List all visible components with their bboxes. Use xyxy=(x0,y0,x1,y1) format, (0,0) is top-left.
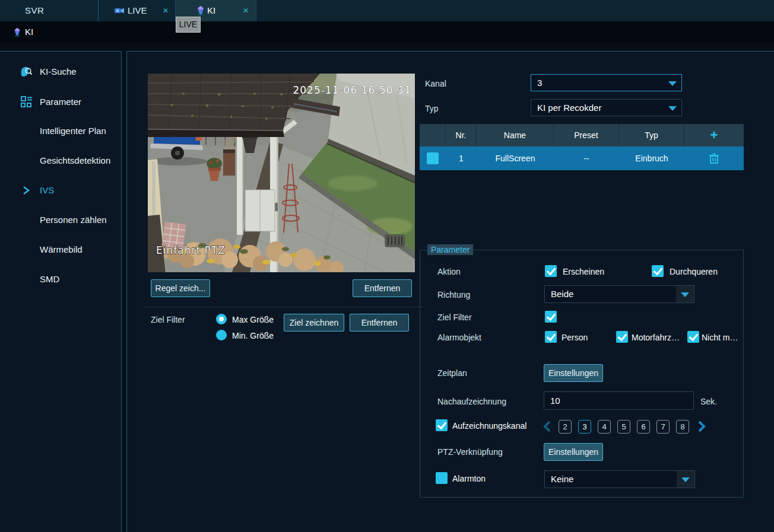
sidebar-item-intelligenter-plan[interactable]: Intelligenter Plan xyxy=(0,122,122,140)
tab-ki-label: KI xyxy=(207,0,215,21)
motorfahrzeug-checkbox[interactable] xyxy=(616,331,628,343)
sidebar-item-label: SMD xyxy=(40,270,59,288)
nicht-motorisiert-checkbox[interactable] xyxy=(687,331,699,343)
sidebar-item-ki-suche[interactable]: KI-Suche xyxy=(0,63,122,81)
delete-icon[interactable] xyxy=(709,153,719,164)
aufzeichnungskanal-checkbox[interactable] xyxy=(436,419,448,431)
parameter-group: Parameter Aktion Erscheinen Durchqueren … xyxy=(420,250,744,498)
alarmton-checkbox[interactable] xyxy=(436,472,448,484)
main-panel: 2025-11-06 16:50:31 Einfahrt PTZ Regel z… xyxy=(126,51,774,532)
chevron-right-icon xyxy=(22,186,30,195)
durchqueren-label: Durchqueren xyxy=(670,267,718,276)
erscheinen-label: Erscheinen xyxy=(563,267,604,276)
sidebar-item-label: Gesichtsdetektion xyxy=(40,152,110,170)
row-typ: Einbruch xyxy=(619,146,684,170)
sidebar-item-label: KI-Suche xyxy=(40,63,77,81)
channel-label: Kanal xyxy=(425,79,446,88)
nachaufzeichnung-label: Nachaufzeichnung xyxy=(437,397,506,406)
page-header: KI xyxy=(0,21,774,43)
add-rule-icon[interactable]: + xyxy=(710,129,718,141)
channel-prev-icon[interactable] xyxy=(543,420,552,433)
nachaufzeichnung-input[interactable] xyxy=(544,391,694,410)
row-nr: 1 xyxy=(446,146,477,170)
app-window: SVR LIVE ✕ KI ✕ LIVE xyxy=(0,0,774,532)
channel-dropdown[interactable]: 3 xyxy=(531,74,682,91)
person-label: Person xyxy=(562,333,588,342)
camera-icon xyxy=(114,5,125,16)
zeitplan-settings-button[interactable]: Einstellungen xyxy=(544,364,603,382)
target-filter-label: Ziel Filter xyxy=(151,315,185,324)
erscheinen-checkbox[interactable] xyxy=(545,265,557,277)
alarmton-label: Alarmton xyxy=(452,474,486,483)
sidebar-item-label: Personen zählen xyxy=(40,211,107,229)
camera-timestamp: 2025-11-06 16:50:31 xyxy=(293,84,411,96)
nr-column-header: Nr. xyxy=(446,124,477,146)
type-label: Typ xyxy=(425,104,439,113)
seconds-unit-label: Sek. xyxy=(700,397,717,406)
sidebar-item-label: Intelligenter Plan xyxy=(40,122,106,140)
person-checkbox[interactable] xyxy=(545,331,557,343)
richtung-label: Richtung xyxy=(437,290,470,300)
remove-target-button[interactable]: Entfernen xyxy=(350,314,409,332)
rules-table: Nr. Name Preset Typ + 1 FullScreen -- Ei… xyxy=(420,124,744,170)
channel-chip-3-selected[interactable]: 3 xyxy=(578,420,591,434)
draw-rule-button[interactable]: Regel zeich... xyxy=(151,279,210,297)
alarmton-value: Keine xyxy=(551,471,674,488)
zeitplan-label: Zeitplan xyxy=(437,368,467,378)
alarmton-dropdown[interactable]: Keine xyxy=(544,470,695,488)
sidebar-item-smd[interactable]: SMD xyxy=(0,270,122,288)
tab-live-label: LIVE xyxy=(128,0,147,21)
channel-chip-5[interactable]: 5 xyxy=(617,420,630,434)
sidebar-item-gesichtsdetektion[interactable]: Gesichtsdetektion xyxy=(0,152,122,170)
page-title: KI xyxy=(25,21,33,43)
sidebar: KI-Suche Parameter Intelligenter Plan Ge… xyxy=(0,51,122,532)
ai-icon xyxy=(12,27,22,37)
min-size-radio[interactable] xyxy=(216,330,227,340)
camera-preview[interactable]: 2025-11-06 16:50:31 Einfahrt PTZ xyxy=(148,74,415,272)
remove-rule-button[interactable]: Entfernen xyxy=(353,279,412,297)
draw-target-button[interactable]: Ziel zeichnen xyxy=(284,314,344,332)
motorfahrzeug-label: Motorfahrz… xyxy=(632,333,680,342)
richtung-dropdown[interactable]: Beide xyxy=(544,285,694,303)
type-value: KI per Recokder xyxy=(537,100,661,116)
chevron-down-icon xyxy=(664,75,681,91)
alarmobjekt-label: Alarmobjekt xyxy=(437,333,481,342)
sidebar-item-waermebild[interactable]: Wärmebild xyxy=(0,241,122,259)
channel-chip-2[interactable]: 2 xyxy=(559,420,572,434)
channel-chip-8[interactable]: 8 xyxy=(676,420,689,434)
richtung-value: Beide xyxy=(551,286,674,302)
max-size-label: Max Größe xyxy=(232,315,274,324)
durchqueren-checkbox[interactable] xyxy=(652,265,664,277)
tab-live-close-icon[interactable]: ✕ xyxy=(163,0,169,21)
ziel-filter-checkbox[interactable] xyxy=(545,311,557,323)
typ-column-header: Typ xyxy=(619,124,684,146)
camera-name-label: Einfahrt PTZ xyxy=(156,244,226,256)
live-tooltip: LIVE xyxy=(176,17,201,33)
ptz-label: PTZ-Verknüpfung xyxy=(437,447,503,457)
channel-chip-7[interactable]: 7 xyxy=(656,420,670,434)
chevron-down-icon xyxy=(676,286,694,302)
name-column-header: Name xyxy=(477,124,554,146)
table-header-row: Nr. Name Preset Typ + xyxy=(420,124,744,146)
sidebar-item-personen-zaehlen[interactable]: Personen zählen xyxy=(0,211,122,229)
sidebar-item-label: Wärmebild xyxy=(40,241,83,259)
row-checkbox[interactable] xyxy=(427,152,439,164)
channel-next-icon[interactable] xyxy=(697,420,706,433)
channel-chip-4[interactable]: 4 xyxy=(598,420,611,434)
channel-chip-6[interactable]: 6 xyxy=(637,420,650,434)
ptz-settings-button[interactable]: Einstellungen xyxy=(544,443,603,461)
type-dropdown[interactable]: KI per Recokder xyxy=(531,99,682,116)
min-size-label: Min. Größe xyxy=(232,331,274,340)
channel-value: 3 xyxy=(537,75,661,91)
table-row[interactable]: 1 FullScreen -- Einbruch xyxy=(420,146,744,170)
select-column-header xyxy=(420,124,446,146)
max-size-radio[interactable] xyxy=(216,314,227,324)
divider xyxy=(144,307,423,307)
sidebar-item-label: Parameter xyxy=(40,93,81,111)
parameter-group-title: Parameter xyxy=(427,244,473,255)
sidebar-item-parameter[interactable]: Parameter xyxy=(0,93,122,111)
sidebar-item-ivs[interactable]: IVS xyxy=(0,181,122,199)
face-search-icon xyxy=(20,65,33,78)
tab-ki-close-icon[interactable]: ✕ xyxy=(243,0,249,21)
tab-live[interactable]: LIVE ✕ xyxy=(99,0,175,21)
